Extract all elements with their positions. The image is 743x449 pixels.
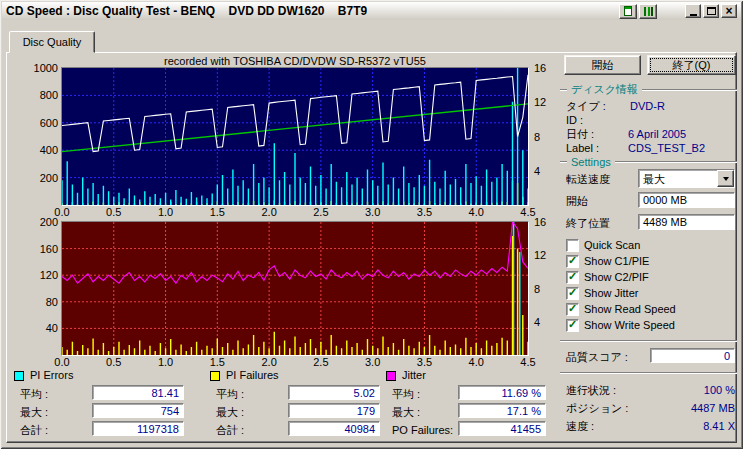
- header-rule: [615, 161, 737, 163]
- checkbox-show-write-speed[interactable]: ✓ Show Write Speed: [566, 318, 675, 332]
- pif-legend-label: PI Failures: [226, 369, 279, 382]
- chart-icon-button[interactable]: [639, 4, 657, 19]
- disc-date-value: 6 April 2005: [628, 128, 686, 141]
- maximize-icon: [707, 7, 716, 15]
- exit-button[interactable]: 終了(Q): [647, 55, 736, 75]
- pie-avg-label: 平均 :: [20, 388, 48, 401]
- tab-label: Disc Quality: [23, 36, 82, 48]
- jitter-swatch: [386, 371, 396, 381]
- pif-swatch: [210, 371, 220, 381]
- checkbox-box: ✓: [566, 271, 579, 284]
- disc-date-label: 日付 :: [566, 128, 594, 141]
- pif-max-value: 179: [288, 403, 380, 418]
- check-icon: ✓: [568, 271, 577, 282]
- end-position-label: 終了位置: [566, 217, 610, 230]
- tab-disc-quality[interactable]: Disc Quality: [9, 31, 95, 53]
- checkbox-show-c2-pif[interactable]: ✓ Show C2/PIF: [566, 270, 649, 284]
- transfer-speed-value: 最大: [639, 170, 717, 187]
- checkbox-show-read-speed[interactable]: ✓ Show Read Speed: [566, 302, 676, 316]
- disc-info-header: ディスク情報: [560, 82, 737, 97]
- pif-total-label: 合計 :: [216, 424, 244, 437]
- disc-label-value: CDS_TEST_B2: [628, 142, 705, 155]
- start-button[interactable]: 開始: [564, 55, 641, 75]
- start-position-field[interactable]: 0000 MB: [638, 192, 735, 208]
- separator: [560, 372, 737, 374]
- pie-max-label: 最大 :: [20, 406, 48, 419]
- checkbox-box: [566, 239, 579, 252]
- pif-max-label: 最大 :: [216, 406, 244, 419]
- settings-header: Settings: [560, 156, 737, 168]
- pie-total-value: 1197318: [92, 421, 184, 436]
- pie-avg-value: 81.41: [92, 385, 184, 400]
- header-rule: [642, 89, 737, 91]
- check-icon: ✓: [568, 303, 577, 314]
- disc-id-label: ID :: [566, 114, 583, 127]
- checkbox-label: Show Read Speed: [584, 303, 676, 316]
- maximize-button[interactable]: [703, 4, 719, 18]
- checkbox-label: Quick Scan: [584, 239, 640, 252]
- progress-value: 100 %: [640, 384, 735, 397]
- titlebar: CD Speed : Disc Quality Test - BENQ DVD …: [2, 2, 741, 20]
- speed-label: 速度 :: [566, 420, 594, 433]
- header-rule: [560, 89, 567, 91]
- pie-speed-chart: [61, 67, 529, 206]
- disc-info-header-label: ディスク情報: [571, 82, 638, 97]
- checkbox-label: Show Write Speed: [584, 319, 675, 332]
- checkbox-label: Show C2/PIF: [584, 271, 649, 284]
- jitter-legend: Jitter: [386, 369, 426, 382]
- jitter-pif-chart: [61, 221, 529, 356]
- pie-legend: PI Errors: [14, 369, 73, 382]
- progress-label: 進行状況 :: [566, 384, 616, 397]
- quality-score-value: 0: [650, 348, 735, 363]
- checkbox-box: ✓: [566, 287, 579, 300]
- checkbox-box: ✓: [566, 319, 579, 332]
- check-icon: ✓: [568, 255, 577, 266]
- checkbox-quick-scan[interactable]: Quick Scan: [566, 238, 640, 252]
- settings-header-label: Settings: [571, 156, 611, 168]
- bar-chart-icon: [644, 7, 653, 16]
- jitter-legend-label: Jitter: [402, 369, 426, 382]
- chevron-down-icon: [723, 177, 729, 181]
- pie-speed-chart-svg: [62, 68, 528, 205]
- checkbox-box: ✓: [566, 303, 579, 316]
- checkbox-label: Show C1/PIE: [584, 255, 649, 268]
- pif-avg-value: 5.02: [288, 385, 380, 400]
- jitter-avg-label: 平均 :: [392, 388, 420, 401]
- jitter-pif-chart-svg: [62, 222, 528, 355]
- speed-value: 8.41 X: [640, 420, 735, 433]
- page-icon-button[interactable]: [619, 4, 637, 19]
- end-position-field[interactable]: 4489 MB: [638, 214, 735, 230]
- pif-avg-label: 平均 :: [216, 388, 244, 401]
- dropdown-button[interactable]: [717, 170, 734, 187]
- disc-type-value: DVD-R: [630, 100, 665, 113]
- quality-score-label: 品質スコア :: [566, 351, 628, 364]
- jitter-max-label: 最大 :: [392, 406, 420, 419]
- app-window: CD Speed : Disc Quality Test - BENQ DVD …: [0, 0, 743, 449]
- close-icon: ×: [725, 5, 732, 17]
- checkbox-show-jitter[interactable]: ✓ Show Jitter: [566, 286, 638, 300]
- pif-legend: PI Failures: [210, 369, 279, 382]
- jitter-max-value: 17.1 %: [458, 403, 546, 418]
- close-button[interactable]: ×: [721, 4, 737, 18]
- checkbox-label: Show Jitter: [584, 287, 638, 300]
- pie-total-label: 合計 :: [20, 424, 48, 437]
- po-failures-value: 41455: [458, 421, 546, 436]
- disc-label-label: Label :: [566, 142, 599, 155]
- pie-max-value: 754: [92, 403, 184, 418]
- transfer-speed-select[interactable]: 最大: [638, 169, 735, 188]
- disc-type-label: タイプ :: [566, 100, 606, 113]
- start-position-label: 開始: [566, 195, 588, 208]
- position-value: 4487 MB: [640, 402, 735, 415]
- position-label: ポジション :: [566, 402, 628, 415]
- minimize-button[interactable]: [685, 4, 701, 18]
- pie-legend-label: PI Errors: [30, 369, 73, 382]
- check-icon: ✓: [568, 319, 577, 330]
- checkbox-show-c1-pie[interactable]: ✓ Show C1/PIE: [566, 254, 649, 268]
- checkbox-box: ✓: [566, 255, 579, 268]
- jitter-avg-value: 11.69 %: [458, 385, 546, 400]
- minimize-icon: [690, 14, 697, 16]
- transfer-speed-label: 転送速度: [566, 173, 610, 186]
- separator: [560, 340, 737, 342]
- window-title: CD Speed : Disc Quality Test - BENQ DVD …: [6, 4, 367, 18]
- page-icon: [624, 6, 632, 16]
